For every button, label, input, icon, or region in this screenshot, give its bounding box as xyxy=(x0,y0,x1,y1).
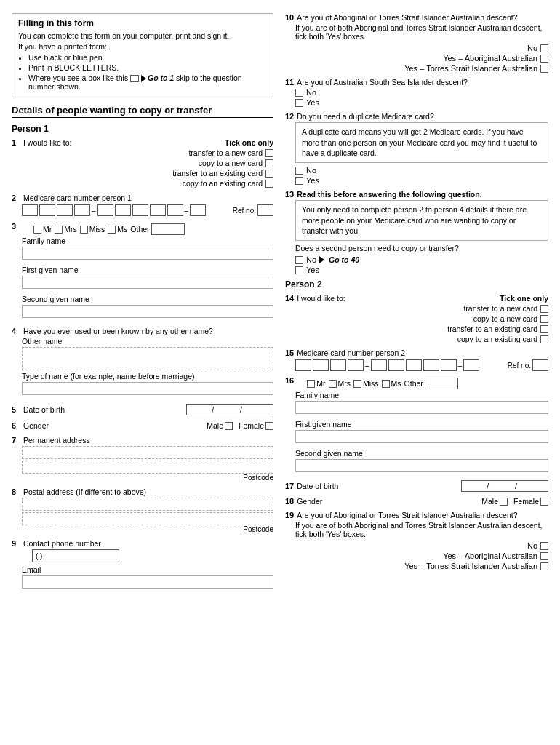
p2-med-4[interactable] xyxy=(348,359,364,371)
q3-family-input[interactable] xyxy=(22,247,273,260)
ref-box[interactable] xyxy=(257,204,273,216)
q15-medicare-row: – – Ref no. xyxy=(295,359,548,371)
q8-address-line1[interactable] xyxy=(22,498,273,511)
q3-other-label: Other xyxy=(130,225,149,234)
q7-address-line2[interactable] xyxy=(22,461,273,474)
q19-num: 19 xyxy=(285,511,294,519)
q13-yes: Yes xyxy=(306,266,319,274)
q3-mrs-checkbox[interactable] xyxy=(55,226,63,234)
q16-other-box[interactable] xyxy=(425,378,458,389)
q17-month[interactable] xyxy=(493,482,511,490)
q13-goto: Go to 40 xyxy=(329,255,359,264)
q7-address-line1[interactable] xyxy=(22,446,273,459)
q14-tick: Tick one only xyxy=(500,294,548,303)
q6-female-checkbox[interactable] xyxy=(265,422,273,430)
q15-ref-box[interactable] xyxy=(532,359,548,371)
q17-day[interactable] xyxy=(465,482,482,490)
person2-title: Person 2 xyxy=(285,279,548,290)
p2-med-7[interactable] xyxy=(406,359,422,371)
q14-checkbox-3[interactable] xyxy=(540,325,548,333)
q3-other-box[interactable] xyxy=(151,223,185,235)
q14-checkbox-4[interactable] xyxy=(540,335,548,343)
p2-med-1[interactable] xyxy=(295,359,311,371)
q5-month[interactable] xyxy=(218,406,236,414)
q1-checkbox-1[interactable] xyxy=(265,149,273,157)
q3-second-input[interactable] xyxy=(22,305,273,318)
q14-checkbox-2[interactable] xyxy=(540,315,548,323)
q3-mr-checkbox[interactable] xyxy=(33,226,41,234)
q10-label: Are you of Aboriginal or Torres Strait I… xyxy=(297,13,548,22)
med-box-7[interactable] xyxy=(132,204,148,216)
q8-label: Postal address (If different to above) xyxy=(23,487,273,496)
med-box-2[interactable] xyxy=(39,204,55,216)
q11-options: No Yes xyxy=(295,88,548,107)
q16-ms-checkbox[interactable] xyxy=(382,380,390,388)
q9-email-input[interactable] xyxy=(22,575,273,589)
p2-med-2[interactable] xyxy=(313,359,329,371)
q18-female-checkbox[interactable] xyxy=(540,498,548,506)
q14-checkbox-1[interactable] xyxy=(540,305,548,313)
q16-second-label: Second given name xyxy=(295,449,548,458)
q13-options: No Go to 40 Yes xyxy=(295,255,548,274)
q9-phone-box[interactable]: ( ) xyxy=(32,549,119,562)
med-box-10[interactable] xyxy=(190,204,206,216)
q12-no-checkbox[interactable] xyxy=(295,167,303,175)
q10-yes2-checkbox[interactable] xyxy=(540,65,548,73)
q5-day[interactable] xyxy=(190,406,207,414)
q3-first-label: First given name xyxy=(22,266,273,274)
q16-family-input[interactable] xyxy=(295,401,548,414)
q18-male-checkbox[interactable] xyxy=(500,498,508,506)
p2-med-6[interactable] xyxy=(388,359,404,371)
q3-ms-checkbox[interactable] xyxy=(108,226,116,234)
q19-yes2-checkbox[interactable] xyxy=(540,562,548,570)
q11-yes-checkbox[interactable] xyxy=(295,99,303,107)
p2-med-5[interactable] xyxy=(371,359,387,371)
q18-gender: Male Female xyxy=(481,497,548,506)
q3-num: 3 xyxy=(12,222,20,231)
med-box-5[interactable] xyxy=(97,204,113,216)
q3-first-input[interactable] xyxy=(22,276,273,289)
q9-phone-placeholder: ( ) xyxy=(36,552,42,560)
q16-second-input[interactable] xyxy=(295,459,548,472)
q15-ref-label: Ref no. xyxy=(508,362,531,370)
q17-year[interactable] xyxy=(521,482,545,490)
q18-label: Gender xyxy=(297,497,468,506)
q1-checkbox-3[interactable] xyxy=(265,170,273,178)
q16-mr-checkbox[interactable] xyxy=(307,380,315,388)
q13-no-checkbox[interactable] xyxy=(295,256,303,264)
q1-checkbox-4[interactable] xyxy=(265,180,273,188)
med-box-1[interactable] xyxy=(22,204,38,216)
q4-other-input[interactable] xyxy=(22,347,273,370)
med-box-8[interactable] xyxy=(150,204,166,216)
q19-no-checkbox[interactable] xyxy=(540,542,548,550)
q5-year[interactable] xyxy=(247,406,270,414)
p2-med-9[interactable] xyxy=(441,359,457,371)
q1-options: transfer to a new card copy to a new car… xyxy=(23,148,273,188)
q6-male-checkbox[interactable] xyxy=(225,422,233,430)
q19-yes1-checkbox[interactable] xyxy=(540,552,548,560)
med-box-4[interactable] xyxy=(74,204,90,216)
q16-miss-checkbox[interactable] xyxy=(353,380,361,388)
q1-checkbox-2[interactable] xyxy=(265,159,273,167)
q12-no: No xyxy=(306,166,316,175)
q10-yes1-checkbox[interactable] xyxy=(540,55,548,63)
q13-yes-checkbox[interactable] xyxy=(295,266,303,274)
med-box-6[interactable] xyxy=(115,204,131,216)
q16-mrs-checkbox[interactable] xyxy=(329,380,337,388)
q8-address-line2[interactable] xyxy=(22,512,273,525)
q16-ms: Ms xyxy=(391,379,401,388)
q8-postcode-label: Postcode xyxy=(243,525,273,533)
q16-first-input[interactable] xyxy=(295,430,548,443)
q6-num: 6 xyxy=(12,421,20,430)
med-box-3[interactable] xyxy=(57,204,73,216)
q3-miss-checkbox[interactable] xyxy=(80,226,88,234)
q10-no-checkbox[interactable] xyxy=(540,44,548,52)
med-box-9[interactable] xyxy=(167,204,183,216)
q4-type-input[interactable] xyxy=(22,382,273,395)
p2-med-10[interactable] xyxy=(463,359,479,371)
q12-yes-checkbox[interactable] xyxy=(295,177,303,185)
q10-options: No Yes – Aboriginal Australian Yes – Tor… xyxy=(300,44,548,73)
q11-no-checkbox[interactable] xyxy=(295,89,303,97)
p2-med-8[interactable] xyxy=(423,359,439,371)
p2-med-3[interactable] xyxy=(330,359,346,371)
